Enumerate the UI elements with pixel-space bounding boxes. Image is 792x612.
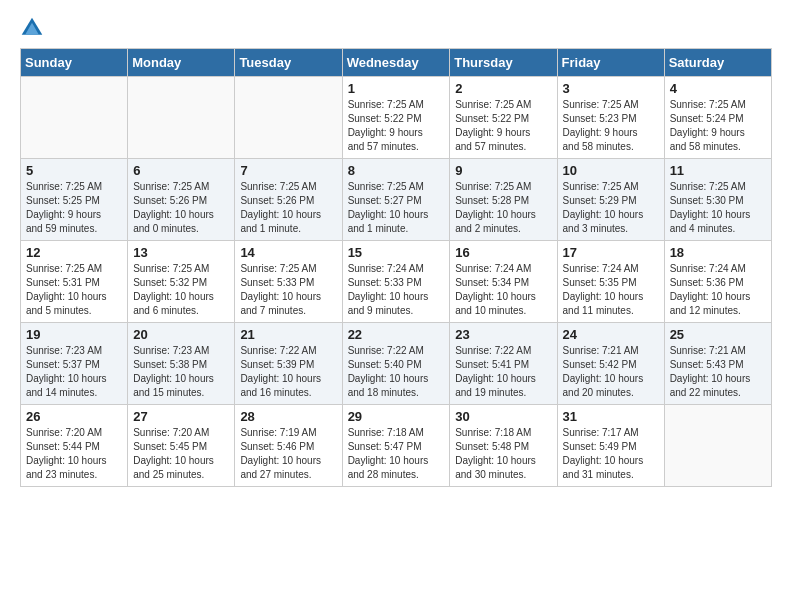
calendar-week-row: 1Sunrise: 7:25 AM Sunset: 5:22 PM Daylig… bbox=[21, 77, 772, 159]
day-number: 15 bbox=[348, 245, 445, 260]
day-number: 14 bbox=[240, 245, 336, 260]
day-info: Sunrise: 7:25 AM Sunset: 5:22 PM Dayligh… bbox=[348, 98, 445, 154]
day-info: Sunrise: 7:18 AM Sunset: 5:48 PM Dayligh… bbox=[455, 426, 551, 482]
calendar-week-row: 19Sunrise: 7:23 AM Sunset: 5:37 PM Dayli… bbox=[21, 323, 772, 405]
day-info: Sunrise: 7:25 AM Sunset: 5:27 PM Dayligh… bbox=[348, 180, 445, 236]
day-number: 2 bbox=[455, 81, 551, 96]
day-number: 24 bbox=[563, 327, 659, 342]
logo bbox=[20, 16, 48, 40]
day-info: Sunrise: 7:18 AM Sunset: 5:47 PM Dayligh… bbox=[348, 426, 445, 482]
header-monday: Monday bbox=[128, 49, 235, 77]
calendar-cell: 31Sunrise: 7:17 AM Sunset: 5:49 PM Dayli… bbox=[557, 405, 664, 487]
day-info: Sunrise: 7:25 AM Sunset: 5:31 PM Dayligh… bbox=[26, 262, 122, 318]
day-number: 7 bbox=[240, 163, 336, 178]
day-number: 5 bbox=[26, 163, 122, 178]
calendar-cell: 3Sunrise: 7:25 AM Sunset: 5:23 PM Daylig… bbox=[557, 77, 664, 159]
day-info: Sunrise: 7:22 AM Sunset: 5:39 PM Dayligh… bbox=[240, 344, 336, 400]
calendar-cell: 15Sunrise: 7:24 AM Sunset: 5:33 PM Dayli… bbox=[342, 241, 450, 323]
calendar-week-row: 12Sunrise: 7:25 AM Sunset: 5:31 PM Dayli… bbox=[21, 241, 772, 323]
calendar-cell: 18Sunrise: 7:24 AM Sunset: 5:36 PM Dayli… bbox=[664, 241, 771, 323]
day-info: Sunrise: 7:25 AM Sunset: 5:24 PM Dayligh… bbox=[670, 98, 766, 154]
calendar-cell bbox=[21, 77, 128, 159]
calendar-cell: 9Sunrise: 7:25 AM Sunset: 5:28 PM Daylig… bbox=[450, 159, 557, 241]
day-number: 25 bbox=[670, 327, 766, 342]
logo-icon bbox=[20, 16, 44, 40]
calendar-cell: 2Sunrise: 7:25 AM Sunset: 5:22 PM Daylig… bbox=[450, 77, 557, 159]
day-info: Sunrise: 7:22 AM Sunset: 5:41 PM Dayligh… bbox=[455, 344, 551, 400]
day-info: Sunrise: 7:23 AM Sunset: 5:37 PM Dayligh… bbox=[26, 344, 122, 400]
day-number: 26 bbox=[26, 409, 122, 424]
day-info: Sunrise: 7:25 AM Sunset: 5:32 PM Dayligh… bbox=[133, 262, 229, 318]
day-info: Sunrise: 7:22 AM Sunset: 5:40 PM Dayligh… bbox=[348, 344, 445, 400]
header-tuesday: Tuesday bbox=[235, 49, 342, 77]
day-number: 13 bbox=[133, 245, 229, 260]
calendar-cell: 22Sunrise: 7:22 AM Sunset: 5:40 PM Dayli… bbox=[342, 323, 450, 405]
day-number: 18 bbox=[670, 245, 766, 260]
day-info: Sunrise: 7:24 AM Sunset: 5:35 PM Dayligh… bbox=[563, 262, 659, 318]
calendar-cell: 28Sunrise: 7:19 AM Sunset: 5:46 PM Dayli… bbox=[235, 405, 342, 487]
calendar-cell: 24Sunrise: 7:21 AM Sunset: 5:42 PM Dayli… bbox=[557, 323, 664, 405]
day-number: 9 bbox=[455, 163, 551, 178]
day-info: Sunrise: 7:24 AM Sunset: 5:34 PM Dayligh… bbox=[455, 262, 551, 318]
day-number: 19 bbox=[26, 327, 122, 342]
day-number: 29 bbox=[348, 409, 445, 424]
calendar-cell bbox=[235, 77, 342, 159]
calendar-header-row: SundayMondayTuesdayWednesdayThursdayFrid… bbox=[21, 49, 772, 77]
calendar-cell: 26Sunrise: 7:20 AM Sunset: 5:44 PM Dayli… bbox=[21, 405, 128, 487]
calendar-cell: 7Sunrise: 7:25 AM Sunset: 5:26 PM Daylig… bbox=[235, 159, 342, 241]
day-info: Sunrise: 7:25 AM Sunset: 5:25 PM Dayligh… bbox=[26, 180, 122, 236]
calendar-cell: 16Sunrise: 7:24 AM Sunset: 5:34 PM Dayli… bbox=[450, 241, 557, 323]
calendar-cell bbox=[128, 77, 235, 159]
day-number: 22 bbox=[348, 327, 445, 342]
day-info: Sunrise: 7:25 AM Sunset: 5:33 PM Dayligh… bbox=[240, 262, 336, 318]
calendar-cell: 1Sunrise: 7:25 AM Sunset: 5:22 PM Daylig… bbox=[342, 77, 450, 159]
calendar-cell: 19Sunrise: 7:23 AM Sunset: 5:37 PM Dayli… bbox=[21, 323, 128, 405]
day-info: Sunrise: 7:23 AM Sunset: 5:38 PM Dayligh… bbox=[133, 344, 229, 400]
day-info: Sunrise: 7:17 AM Sunset: 5:49 PM Dayligh… bbox=[563, 426, 659, 482]
calendar-cell: 30Sunrise: 7:18 AM Sunset: 5:48 PM Dayli… bbox=[450, 405, 557, 487]
day-info: Sunrise: 7:20 AM Sunset: 5:44 PM Dayligh… bbox=[26, 426, 122, 482]
calendar-week-row: 26Sunrise: 7:20 AM Sunset: 5:44 PM Dayli… bbox=[21, 405, 772, 487]
day-info: Sunrise: 7:21 AM Sunset: 5:42 PM Dayligh… bbox=[563, 344, 659, 400]
day-info: Sunrise: 7:24 AM Sunset: 5:36 PM Dayligh… bbox=[670, 262, 766, 318]
day-number: 28 bbox=[240, 409, 336, 424]
calendar-cell: 27Sunrise: 7:20 AM Sunset: 5:45 PM Dayli… bbox=[128, 405, 235, 487]
day-number: 30 bbox=[455, 409, 551, 424]
calendar-cell: 8Sunrise: 7:25 AM Sunset: 5:27 PM Daylig… bbox=[342, 159, 450, 241]
calendar-week-row: 5Sunrise: 7:25 AM Sunset: 5:25 PM Daylig… bbox=[21, 159, 772, 241]
day-number: 23 bbox=[455, 327, 551, 342]
day-number: 12 bbox=[26, 245, 122, 260]
page-header bbox=[20, 16, 772, 40]
header-sunday: Sunday bbox=[21, 49, 128, 77]
day-number: 20 bbox=[133, 327, 229, 342]
day-number: 10 bbox=[563, 163, 659, 178]
day-number: 6 bbox=[133, 163, 229, 178]
day-number: 31 bbox=[563, 409, 659, 424]
day-number: 16 bbox=[455, 245, 551, 260]
calendar-cell: 23Sunrise: 7:22 AM Sunset: 5:41 PM Dayli… bbox=[450, 323, 557, 405]
header-friday: Friday bbox=[557, 49, 664, 77]
day-info: Sunrise: 7:25 AM Sunset: 5:22 PM Dayligh… bbox=[455, 98, 551, 154]
day-info: Sunrise: 7:24 AM Sunset: 5:33 PM Dayligh… bbox=[348, 262, 445, 318]
calendar-cell: 6Sunrise: 7:25 AM Sunset: 5:26 PM Daylig… bbox=[128, 159, 235, 241]
day-info: Sunrise: 7:25 AM Sunset: 5:29 PM Dayligh… bbox=[563, 180, 659, 236]
header-wednesday: Wednesday bbox=[342, 49, 450, 77]
calendar-cell bbox=[664, 405, 771, 487]
calendar-cell: 12Sunrise: 7:25 AM Sunset: 5:31 PM Dayli… bbox=[21, 241, 128, 323]
day-number: 4 bbox=[670, 81, 766, 96]
calendar-cell: 13Sunrise: 7:25 AM Sunset: 5:32 PM Dayli… bbox=[128, 241, 235, 323]
day-info: Sunrise: 7:25 AM Sunset: 5:26 PM Dayligh… bbox=[240, 180, 336, 236]
day-number: 11 bbox=[670, 163, 766, 178]
header-thursday: Thursday bbox=[450, 49, 557, 77]
day-info: Sunrise: 7:19 AM Sunset: 5:46 PM Dayligh… bbox=[240, 426, 336, 482]
day-number: 21 bbox=[240, 327, 336, 342]
day-number: 3 bbox=[563, 81, 659, 96]
day-info: Sunrise: 7:20 AM Sunset: 5:45 PM Dayligh… bbox=[133, 426, 229, 482]
day-info: Sunrise: 7:25 AM Sunset: 5:26 PM Dayligh… bbox=[133, 180, 229, 236]
day-info: Sunrise: 7:25 AM Sunset: 5:30 PM Dayligh… bbox=[670, 180, 766, 236]
calendar-cell: 5Sunrise: 7:25 AM Sunset: 5:25 PM Daylig… bbox=[21, 159, 128, 241]
calendar-cell: 25Sunrise: 7:21 AM Sunset: 5:43 PM Dayli… bbox=[664, 323, 771, 405]
header-saturday: Saturday bbox=[664, 49, 771, 77]
day-info: Sunrise: 7:25 AM Sunset: 5:28 PM Dayligh… bbox=[455, 180, 551, 236]
day-number: 8 bbox=[348, 163, 445, 178]
